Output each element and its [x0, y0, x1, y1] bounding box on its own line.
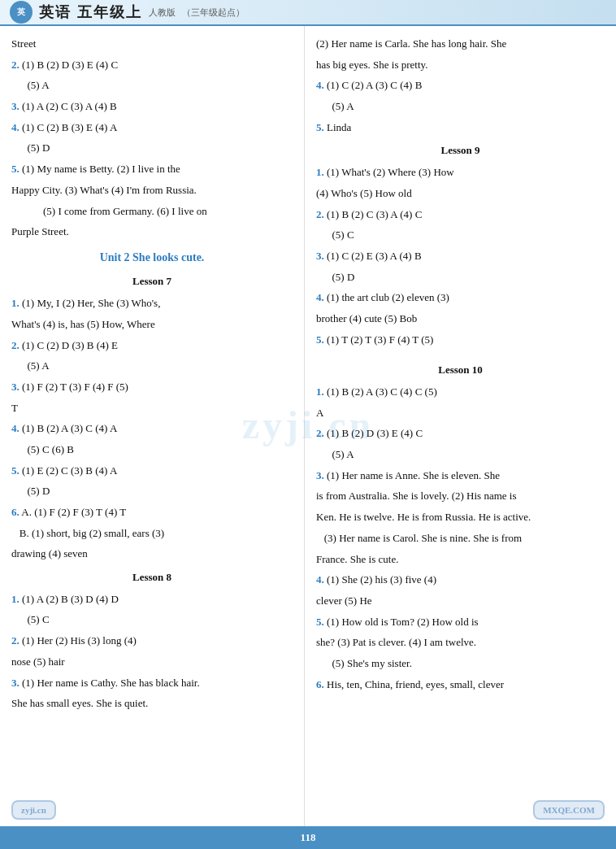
watermark-stamp-right: MXQE.COM [533, 800, 605, 820]
l10-q3c: Ken. He is twelve. He is from Russia. He… [316, 507, 605, 528]
page-footer: 118 [0, 826, 616, 849]
l7-q1b: What's (4) is, has (5) How, Where [11, 315, 293, 335]
l7-q1: 1. (1) My, I (2) Her, She (3) Who's, [11, 294, 293, 314]
main-content: Street 2. (1) B (2) D (3) E (4) C (5) A … [0, 26, 616, 826]
watermark-stamp-left: zyji.cn [11, 800, 56, 820]
l9-q1: 1. (1) What's (2) Where (3) How [316, 163, 605, 183]
left-column: Street 2. (1) B (2) D (3) E (4) C (5) A … [0, 26, 305, 826]
l10-q2: 2. (1) B (2) D (3) E (4) C [316, 424, 605, 444]
left-q3: 3. (1) A (2) C (3) A (4) B [11, 97, 293, 117]
l7-q6: 6. A. (1) F (2) F (3) T (4) T [11, 503, 293, 523]
page-header: 英 英语 五年级上 人教版 （三年级起点） [0, 0, 616, 26]
l9-q2: 2. (1) B (2) C (3) A (4) C [316, 205, 605, 225]
unit2-title: Unit 2 She looks cute. [11, 247, 293, 269]
l10-q4: 4. (1) She (2) his (3) five (4) [316, 570, 605, 590]
l7-q2: 2. (1) C (2) D (3) B (4) E [11, 336, 293, 356]
header-edition: 人教版 [149, 7, 176, 19]
left-q5-come: (5) I come from Germany. (6) I live on [11, 202, 293, 222]
l9-q3: 3. (1) C (2) E (3) A (4) B [316, 246, 605, 267]
l10-q3b: is from Australia. She is lovely. (2) Hi… [316, 486, 605, 507]
left-q5: 5. (1) My name is Betty. (2) I live in t… [11, 159, 293, 180]
l8-q2: 2. (1) Her (2) His (3) long (4) [11, 631, 293, 651]
l7-q3: 3. (1) F (2) T (3) F (4) F (5) [11, 377, 293, 398]
page-number: 118 [301, 831, 316, 844]
header-title: 英语 五年级上 [39, 2, 142, 22]
r-q2b: has big eyes. She is pretty. [316, 55, 605, 76]
street-label: Street [11, 34, 293, 54]
right-column: (2) Her name is Carla. She has long hair… [305, 26, 616, 826]
l10-q2-5: (5) A [316, 445, 605, 465]
l10-q5c: (5) She's my sister. [316, 654, 605, 674]
l10-q3e: France. She is cute. [316, 550, 605, 570]
l7-q5-5: (5) D [11, 481, 293, 502]
l9-q4b: brother (4) cute (5) Bob [316, 309, 605, 329]
l8-q2b: nose (5) hair [11, 652, 293, 673]
l10-q1b: A [316, 403, 605, 424]
r-q4-5: (5) A [316, 97, 605, 117]
l10-q5: 5. (1) How old is Tom? (2) How old is [316, 612, 605, 633]
l8-q1: 1. (1) A (2) B (3) D (4) D [11, 590, 293, 610]
l9-q1b: (4) Who's (5) How old [316, 184, 605, 204]
l10-q4b: clever (5) He [316, 591, 605, 612]
lesson10-title: Lesson 10 [316, 360, 605, 381]
l7-q4: 4. (1) B (2) A (3) C (4) A [11, 419, 293, 439]
header-logo: 英 [10, 1, 33, 24]
l10-q5b: she? (3) Pat is clever. (4) I am twelve. [316, 633, 605, 653]
left-q2-5: (5) A [11, 76, 293, 96]
l7-q4-5: (5) C (6) B [11, 440, 293, 460]
l7-q6B2: drawing (4) seven [11, 544, 293, 564]
l8-q3b: She has small eyes. She is quiet. [11, 694, 293, 714]
l7-q6B: B. (1) short, big (2) small, ears (3) [11, 524, 293, 544]
lesson7-title: Lesson 7 [11, 272, 293, 292]
left-q4: 4. (1) C (2) B (3) E (4) A [11, 118, 293, 138]
l10-q6: 6. His, ten, China, friend, eyes, small,… [316, 675, 605, 695]
header-sub: （三年级起点） [182, 7, 245, 19]
l9-q5: 5. (1) T (2) T (3) F (4) T (5) [316, 330, 605, 350]
r-q4: 4. (1) C (2) A (3) C (4) B [316, 76, 605, 96]
left-q5-happy: Happy City. (3) What's (4) I'm from Russ… [11, 181, 293, 201]
l8-q3: 3. (1) Her name is Cathy. She has black … [11, 673, 293, 694]
left-q2: 2. (1) B (2) D (3) E (4) C [11, 55, 293, 76]
l9-q4: 4. (1) the art club (2) eleven (3) [316, 288, 605, 308]
l7-q3-T: T [11, 398, 293, 419]
l7-q5: 5. (1) E (2) C (3) B (4) A [11, 461, 293, 481]
left-q4-5: (5) D [11, 138, 293, 159]
left-q5-purple: Purple Street. [11, 222, 293, 242]
r-q2: (2) Her name is Carla. She has long hair… [316, 34, 605, 54]
l10-q3d: (3) Her name is Carol. She is nine. She … [316, 529, 605, 549]
l10-q3: 3. (1) Her name is Anne. She is eleven. … [316, 466, 605, 486]
l7-q2-5: (5) A [11, 356, 293, 377]
lesson9-title: Lesson 9 [316, 141, 605, 161]
l9-q2-5: (5) C [316, 225, 605, 246]
l8-q1-5: (5) C [11, 610, 293, 630]
l10-q1: 1. (1) B (2) A (3) C (4) C (5) [316, 382, 605, 403]
lesson8-title: Lesson 8 [11, 568, 293, 588]
l9-q3-5: (5) D [316, 268, 605, 288]
r-q5: 5. Linda [316, 118, 605, 138]
